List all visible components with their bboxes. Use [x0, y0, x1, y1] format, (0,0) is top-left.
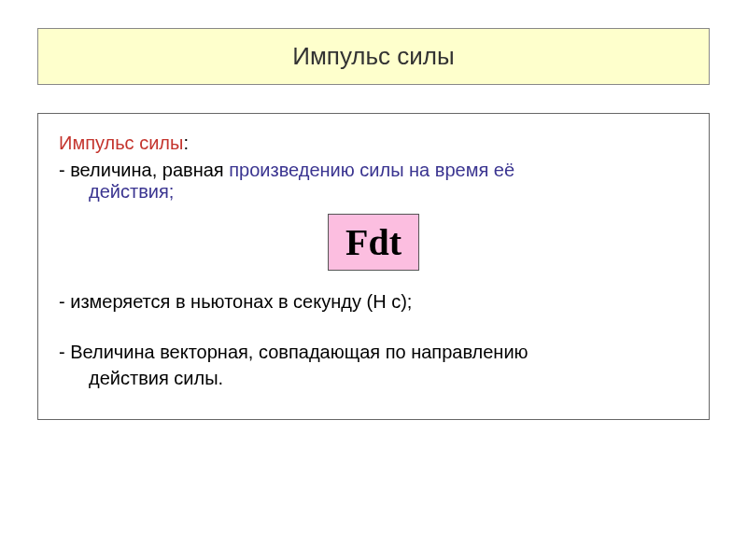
- bullet-vector-line-1: - Величина векторная, совпадающая по нап…: [59, 339, 688, 365]
- term-colon: :: [183, 133, 189, 153]
- definition-line-1: - величина, равная произведению силы на …: [59, 160, 688, 181]
- bullet-measurement: - измеряется в ньютонах в секунду (Н с);: [59, 291, 688, 313]
- term-label: Импульс силы: [59, 133, 183, 153]
- formula-text: Fdt: [345, 221, 402, 263]
- definition-prefix: - величина, равная: [59, 160, 229, 180]
- slide-title: Импульс силы: [57, 42, 690, 71]
- bullet-vector-line-2: действия силы.: [59, 365, 688, 391]
- definition-line-2: действия;: [59, 181, 688, 203]
- formula-container: Fdt: [59, 214, 688, 271]
- formula-box: Fdt: [328, 214, 419, 271]
- definition-highlight-1: произведению силы на время её: [229, 160, 514, 180]
- title-banner: Импульс силы: [37, 28, 710, 85]
- term-line: Импульс силы:: [59, 133, 688, 154]
- content-panel: Импульс силы: - величина, равная произве…: [37, 113, 710, 420]
- bullet-vector: - Величина векторная, совпадающая по нап…: [59, 339, 688, 391]
